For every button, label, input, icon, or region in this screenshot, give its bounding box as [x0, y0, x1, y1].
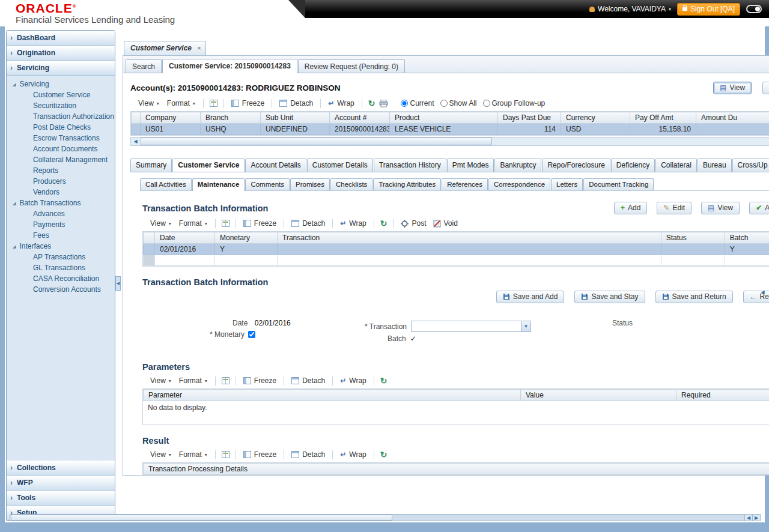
transaction-input[interactable]: [411, 321, 521, 332]
radio-current[interactable]: Current: [401, 99, 434, 107]
tab-customer-service-account[interactable]: Customer Service: 20150900014283: [162, 59, 297, 73]
export-grid-icon[interactable]: [222, 377, 229, 384]
scrollbar-thumb[interactable]: [141, 138, 492, 145]
view-menu[interactable]: View ▾: [136, 98, 161, 108]
tab-close-icon[interactable]: ×: [197, 44, 201, 52]
monetary-checkbox[interactable]: [248, 331, 255, 338]
page-hscrollbar[interactable]: ◀ ▶: [10, 514, 761, 521]
tab-transaction-history[interactable]: Transaction History: [374, 159, 446, 172]
freeze-button[interactable]: Freeze: [242, 219, 278, 228]
row-selector[interactable]: [144, 244, 155, 255]
freeze-button[interactable]: Freeze: [242, 376, 278, 385]
detach-button[interactable]: Detach: [290, 376, 326, 385]
tab-repo-foreclosure[interactable]: Repo/Foreclosure: [542, 159, 610, 172]
view-menu[interactable]: View ▾: [148, 376, 173, 385]
user-menu[interactable]: Welcome, VAVAIDYA ▾: [589, 5, 671, 13]
freeze-button[interactable]: Freeze: [242, 450, 278, 459]
scroll-left-icon[interactable]: ◀: [744, 515, 752, 521]
tree-item-conversion-accounts[interactable]: Conversion Accounts: [33, 284, 114, 295]
view-button[interactable]: ▤ View: [713, 82, 752, 94]
radio-current-input[interactable]: [401, 100, 408, 107]
tab-document-tracking[interactable]: Document Tracking: [583, 178, 654, 190]
account-row[interactable]: US01 USHQ UNDEFINED 20150900014283 LEASE…: [132, 124, 769, 135]
tab-bureau[interactable]: Bureau: [698, 159, 732, 172]
wrap-button[interactable]: ↵ Wrap: [327, 98, 356, 108]
freeze-button[interactable]: Freeze: [230, 98, 266, 108]
wrap-button[interactable]: ↵ Wrap: [339, 450, 368, 459]
tab-customer-details[interactable]: Customer Details: [307, 159, 373, 172]
export-grid-icon[interactable]: [222, 220, 229, 227]
tab-bankruptcy[interactable]: Bankruptcy: [494, 159, 541, 172]
tab-comments[interactable]: Comments: [245, 178, 290, 190]
tree-item-payments[interactable]: Payments: [33, 219, 114, 230]
detach-button[interactable]: Detach: [278, 98, 314, 108]
tab-call-activities[interactable]: Call Activities: [140, 178, 192, 190]
format-menu[interactable]: Format ▾: [165, 98, 197, 108]
tab-cross-up-sell[interactable]: Cross/Up Se: [732, 159, 769, 172]
tree-item-securitization[interactable]: Securitization: [33, 100, 114, 111]
audit-button[interactable]: ✔ Audit: [749, 202, 769, 214]
wrap-button[interactable]: ↵ Wrap: [339, 376, 368, 385]
tab-summary[interactable]: Summary: [130, 159, 172, 172]
tab-search[interactable]: Search: [126, 59, 162, 73]
format-menu[interactable]: Format ▾: [177, 450, 209, 459]
tree-item-advances[interactable]: Advances: [33, 208, 114, 219]
scrollbar-thumb[interactable]: [11, 515, 392, 521]
sign-out-button[interactable]: Sign Out [QA]: [677, 3, 740, 16]
row-selector[interactable]: [132, 124, 141, 135]
tree-node-batch-transactions[interactable]: ◢ Batch Transactions: [13, 198, 114, 208]
tree-item-fees[interactable]: Fees: [33, 230, 114, 241]
transaction-dropdown[interactable]: ▼: [411, 321, 531, 332]
tab-correspondence[interactable]: Correspondence: [488, 178, 550, 190]
tab-collateral[interactable]: Collateral: [655, 159, 697, 172]
tree-item-collateral-management[interactable]: Collateral Management: [33, 154, 114, 165]
tree-node-servicing[interactable]: ◢ Servicing: [13, 79, 114, 89]
radio-show-all[interactable]: Show All: [440, 99, 477, 107]
refresh-icon[interactable]: ↻: [368, 100, 375, 107]
tab-customer-service[interactable]: Customer Service: [172, 159, 245, 172]
scroll-left-icon[interactable]: ◀: [131, 138, 140, 145]
tab-account-details[interactable]: Account Details: [245, 159, 306, 172]
tree-item-post-date-checks[interactable]: Post Date Checks: [33, 122, 114, 133]
tree-item-escrow-transactions[interactable]: Escrow Transactions: [33, 133, 114, 144]
refresh-icon[interactable]: ↻: [380, 451, 388, 458]
sidebar-collapse-icon[interactable]: ◀: [115, 276, 121, 291]
refresh-icon[interactable]: ↻: [380, 220, 388, 227]
sidebar-item-dashboard[interactable]: › DashBoard: [7, 31, 115, 46]
tab-maintenance[interactable]: Maintenance: [192, 178, 245, 191]
tree-item-customer-service[interactable]: Customer Service: [33, 89, 114, 100]
post-button[interactable]: Post: [400, 219, 427, 228]
tree-item-gl-transactions[interactable]: GL Transactions: [33, 262, 114, 273]
save-and-add-button[interactable]: Save and Add: [496, 291, 565, 303]
detach-button[interactable]: Detach: [290, 219, 326, 228]
detach-button[interactable]: Detach: [290, 450, 326, 459]
tree-item-producers[interactable]: Producers: [33, 176, 114, 187]
print-icon[interactable]: [379, 100, 388, 107]
audit-button[interactable]: ✔ Audit: [762, 82, 769, 94]
view-menu[interactable]: View ▾: [148, 219, 173, 228]
sidebar-item-wfp[interactable]: › WFP: [7, 476, 115, 491]
page-tab-customer-service[interactable]: Customer Service ×: [124, 41, 206, 55]
tree-item-ap-transactions[interactable]: AP Transactions: [33, 252, 114, 262]
refresh-icon[interactable]: ↻: [380, 377, 388, 384]
account-grid-hscrollbar[interactable]: ◀ ▶: [130, 137, 769, 146]
sidebar-item-tools[interactable]: › Tools: [7, 491, 115, 506]
tab-checklists[interactable]: Checklists: [330, 178, 372, 190]
tree-item-vendors[interactable]: Vendors: [33, 187, 114, 198]
sidebar-item-collections[interactable]: › Collections: [7, 461, 115, 476]
tab-pmt-modes[interactable]: Pmt Modes: [447, 159, 494, 172]
format-menu[interactable]: Format ▾: [177, 219, 209, 228]
void-button[interactable]: Void: [432, 219, 459, 228]
save-and-stay-button[interactable]: Save and Stay: [574, 291, 645, 303]
export-grid-icon[interactable]: [210, 100, 217, 107]
view-button[interactable]: ▤ View: [701, 202, 740, 214]
sidebar-item-origination[interactable]: › Origination: [7, 46, 115, 61]
radio-group-follow-up-input[interactable]: [483, 100, 490, 107]
view-menu[interactable]: View ▾: [148, 450, 173, 459]
tab-letters[interactable]: Letters: [551, 178, 583, 190]
radio-show-all-input[interactable]: [440, 100, 448, 107]
tab-review-request[interactable]: Review Request (Pending: 0): [298, 59, 405, 73]
tab-tracking-attributes[interactable]: Tracking Attributes: [373, 178, 441, 190]
radio-group-follow-up[interactable]: Group Follow-up: [483, 99, 546, 107]
tab-promises[interactable]: Promises: [290, 178, 330, 190]
